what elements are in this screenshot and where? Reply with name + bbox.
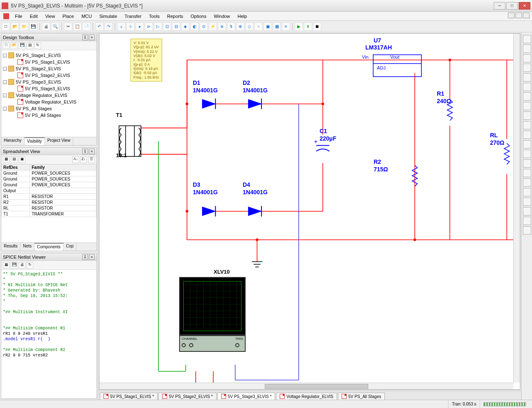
save-design-button[interactable]: 💾 [19, 42, 25, 49]
menu-mcu[interactable]: MCU [78, 13, 95, 20]
inst-wordgen[interactable] [523, 102, 531, 110]
open-samples-button[interactable]: 📁 [20, 22, 28, 31]
run-button[interactable]: ▶ [295, 22, 303, 31]
comp-misc-button[interactable]: ◈ [181, 22, 190, 31]
menu-window[interactable]: Window [210, 13, 233, 20]
spreadsheet-table[interactable]: RefDes Family GroundPOWER_SOURCESGroundP… [1, 164, 96, 242]
table-row[interactable]: R1RESISTOR [2, 194, 96, 200]
pane-pin-button[interactable]: ↧ [82, 254, 88, 260]
ss-btn2[interactable]: ▤ [11, 156, 17, 163]
open-design-button[interactable]: 📂 [11, 42, 17, 49]
new-design-button[interactable]: □ [3, 42, 10, 49]
inst-logic-conv[interactable] [523, 121, 531, 129]
document-tab[interactable]: 5V PS_Stage2_ELVIS * [158, 393, 216, 400]
inst-agilent-scope[interactable] [523, 188, 531, 196]
tree-item[interactable]: -5V PS_Stage1_ELVIS [3, 52, 95, 59]
pane-pin-button[interactable]: ↧ [82, 35, 88, 40]
table-row[interactable]: Output [2, 188, 96, 194]
mdi-close[interactable] [523, 12, 530, 18]
comp-src-button[interactable]: ⏚ [117, 22, 126, 31]
document-tab[interactable]: 5V PS_Stage3_ELVIS * [217, 393, 275, 400]
tree-item[interactable]: 5V PS_All Stages [3, 112, 95, 119]
comp-analog-button[interactable]: ▷ [154, 22, 162, 31]
save-button[interactable]: 💾 [29, 22, 37, 31]
tree-item[interactable]: 5V PS_Stage1_ELVIS [3, 59, 95, 65]
tab-results[interactable]: Results [1, 243, 20, 251]
nl-btn2[interactable]: 💾 [11, 262, 17, 269]
comp-ttl-button[interactable]: ⊡ [163, 22, 171, 31]
inst-labview[interactable] [523, 207, 531, 215]
document-tab[interactable]: 5V PS_Stage1_ELVIS * [100, 393, 158, 400]
tree-item[interactable]: -5V PS_Stage3_ELVIS [3, 79, 95, 85]
comp-bus-button[interactable]: ≡ [282, 22, 290, 31]
ss-filter[interactable]: ☰ [88, 156, 95, 163]
table-row[interactable]: T1TRANSFORMER [2, 211, 96, 217]
cut-button[interactable]: ✂ [64, 22, 72, 31]
stop-button[interactable]: ⏹ [313, 22, 321, 31]
col-family[interactable]: Family [30, 165, 96, 171]
tree-item[interactable]: -5V PS_Stage2_ELVIS [3, 65, 95, 72]
pane-close-button[interactable]: × [89, 148, 95, 154]
inst-funcgen[interactable] [523, 45, 531, 53]
inst-multimeter[interactable] [523, 35, 531, 43]
ss-sort-desc[interactable]: Z↓ [80, 156, 87, 163]
comp-mixed-button[interactable]: ◐ [190, 22, 199, 31]
inst-agilent-fg[interactable] [523, 169, 531, 177]
inst-scope[interactable] [523, 64, 531, 72]
menu-help[interactable]: Help [234, 13, 251, 20]
inst-tek-scope[interactable] [523, 198, 531, 206]
comp-cmos-button[interactable]: ⊟ [172, 22, 180, 31]
comp-power-button[interactable]: ⚡ [209, 22, 217, 31]
mdi-restore[interactable] [515, 12, 522, 18]
mdi-min[interactable] [508, 12, 515, 18]
menu-tools[interactable]: Tools [145, 13, 163, 20]
canvas-vscroll[interactable] [513, 34, 520, 383]
schematic-canvas[interactable]: + [99, 33, 520, 390]
menu-view[interactable]: View [42, 13, 59, 20]
maximize-button[interactable]: □ [506, 2, 518, 10]
design-misc-button[interactable]: ▤ [27, 42, 33, 49]
scope-trig-conn[interactable] [235, 343, 239, 347]
ss-btn3[interactable]: ▣ [19, 156, 25, 163]
redo-button[interactable]: ↷ [104, 22, 113, 31]
pane-close-button[interactable]: × [89, 254, 95, 260]
comp-rf-button[interactable]: ↯ [227, 22, 235, 31]
undo-button[interactable]: ↶ [95, 22, 103, 31]
canvas-hscroll[interactable] [99, 383, 513, 389]
tab-nets[interactable]: Nets [20, 243, 34, 251]
scope-ch-b[interactable] [189, 343, 193, 347]
menu-simulate[interactable]: Simulate [96, 13, 121, 20]
tree-item[interactable]: 5V PS_Stage2_ELVIS [3, 72, 95, 79]
pane-close-button[interactable]: × [89, 35, 95, 40]
comp-mcu-button[interactable]: ▣ [264, 22, 272, 31]
comp-basic-button[interactable]: ⊹ [126, 22, 135, 31]
table-row[interactable]: GroundPOWER_SOURCES [2, 171, 96, 176]
inst-dist[interactable] [523, 140, 531, 148]
print-preview-button[interactable]: 🔍 [51, 22, 59, 31]
pane-pin-button[interactable]: ↧ [82, 148, 88, 154]
new-button[interactable]: □ [2, 22, 10, 31]
inst-4ch-scope[interactable] [523, 73, 531, 82]
inst-agilent-mm[interactable] [523, 178, 531, 187]
tree-item[interactable]: Voltage Regulator_ELVIS [3, 99, 95, 105]
comp-misc2-button[interactable]: ※ [218, 22, 226, 31]
menu-place[interactable]: Place [59, 13, 77, 20]
comp-conn-button[interactable]: ○ [254, 22, 263, 31]
inst-iv[interactable] [523, 131, 531, 139]
inst-net[interactable] [523, 159, 531, 168]
inst-wattmeter[interactable] [523, 54, 531, 62]
comp-diode-button[interactable]: ▸ [135, 22, 144, 31]
tab-projectview[interactable]: Project View [45, 137, 73, 145]
col-refdes[interactable]: RefDes [2, 165, 30, 171]
inst-spec[interactable] [523, 150, 531, 158]
design-tree[interactable]: -5V PS_Stage1_ELVIS5V PS_Stage1_ELVIS-5V… [1, 50, 96, 137]
table-row[interactable]: R2RESISTOR [2, 200, 96, 205]
tree-item[interactable]: 5V PS_Stage3_ELVIS [3, 85, 95, 92]
inst-logic-ana[interactable] [523, 111, 531, 120]
tree-item[interactable]: -Voltage Regulator_ELVIS [3, 92, 95, 99]
copy-button[interactable]: 📋 [73, 22, 81, 31]
tab-cop[interactable]: Cop [64, 243, 76, 251]
comp-elmech-button[interactable]: ⊛ [236, 22, 244, 31]
open-button[interactable]: 📂 [11, 22, 19, 31]
table-row[interactable]: RLRESISTOR [2, 205, 96, 211]
